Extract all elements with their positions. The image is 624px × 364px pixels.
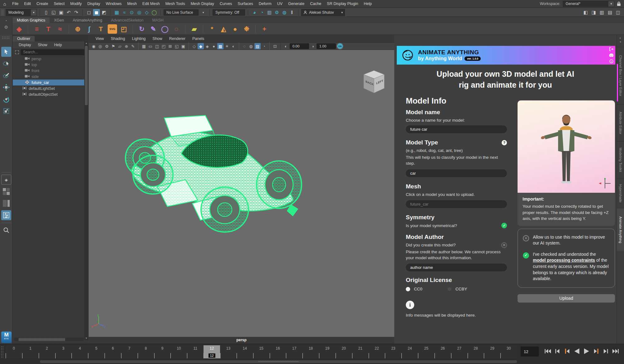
menu-display[interactable]: Display: [85, 2, 103, 6]
select-object-icon[interactable]: ◼: [93, 9, 100, 16]
frame-0[interactable]: 0: [6, 345, 22, 358]
layout-four-pane-button[interactable]: [1, 187, 11, 197]
pan-zoom-icon[interactable]: ⊕: [123, 43, 130, 49]
menu-modify[interactable]: Modify: [67, 2, 85, 6]
film-gate-icon[interactable]: ▭: [147, 43, 154, 49]
world-icon[interactable]: [609, 59, 613, 63]
soft-select-icon[interactable]: ◯: [160, 24, 170, 34]
menu-edit-mesh[interactable]: Edit Mesh: [140, 2, 163, 6]
paint-effects-icon[interactable]: ✎: [149, 24, 158, 34]
layout-outliner-persp-button[interactable]: [1, 210, 11, 220]
consent-improve-checkbox[interactable]: ✕: [523, 235, 529, 241]
play-forwards-button[interactable]: [582, 347, 591, 356]
model-name-input[interactable]: future car: [406, 125, 507, 133]
camera-icon[interactable]: ◉: [91, 43, 97, 49]
select-camera-icon[interactable]: ⊡: [272, 43, 278, 49]
snap-grid-icon[interactable]: ▦: [113, 9, 120, 16]
render-settings-icon[interactable]: ⚙: [273, 9, 280, 16]
bookmark-icon[interactable]: ⚑: [110, 43, 116, 49]
outliner-item-future-car[interactable]: future_car: [13, 80, 88, 85]
frame-6[interactable]: 6: [105, 345, 121, 358]
frame-12[interactable]: 1212: [204, 345, 220, 358]
frame-28[interactable]: 28: [468, 345, 484, 358]
outliner-menu-display[interactable]: Display: [16, 43, 34, 47]
dashed-circle-icon[interactable]: ◌: [172, 24, 181, 34]
step-back-frame-button[interactable]: [553, 347, 562, 356]
scroll-up-icon[interactable]: ▲: [84, 41, 88, 45]
motion-blur-icon[interactable]: ◐: [230, 43, 237, 49]
view-cube[interactable]: BACK LEFT: [362, 69, 386, 94]
logout-icon[interactable]: [609, 47, 613, 51]
frame-14[interactable]: 14: [237, 345, 253, 358]
select-hierarchy-icon[interactable]: ◻: [86, 9, 92, 16]
scale-tool-button[interactable]: [1, 106, 11, 116]
anti-alias-icon[interactable]: ▨: [254, 43, 261, 49]
image-plane-icon[interactable]: ▱: [117, 43, 123, 49]
snap-curve-icon[interactable]: ≈: [121, 9, 128, 16]
frame-9[interactable]: 9: [154, 345, 171, 358]
grease-pencil-icon[interactable]: ✎: [130, 43, 136, 49]
snap-projected-center-icon[interactable]: ◎: [136, 9, 143, 16]
frame-1[interactable]: 1: [22, 345, 39, 358]
move-tool-button[interactable]: [1, 82, 11, 92]
menu-curves[interactable]: Curves: [217, 2, 235, 6]
resolution-gate-icon[interactable]: ◫: [154, 43, 160, 49]
outliner-item-persp[interactable]: persp: [13, 56, 88, 62]
select-component-icon[interactable]: ◩: [101, 9, 107, 16]
help-icon[interactable]: ?: [502, 140, 507, 145]
shelf-tab-advancedskeleton[interactable]: AdvancedSkeleton: [107, 17, 148, 23]
magnifier-icon[interactable]: [1, 225, 11, 235]
menu-mesh-tools[interactable]: Mesh Tools: [163, 2, 188, 6]
frame-21[interactable]: 21: [352, 345, 369, 358]
gear-icon[interactable]: ⚙: [4, 25, 8, 30]
fluid-icon[interactable]: ●: [230, 24, 240, 34]
frame-24[interactable]: 24: [401, 345, 418, 358]
camera-attributes-icon[interactable]: ⚙: [104, 43, 110, 49]
new-scene-icon[interactable]: ▯: [43, 9, 50, 16]
license-option-cc0[interactable]: CC0: [406, 287, 422, 291]
gamma-icon[interactable]: ◑: [310, 43, 316, 49]
radio-unselected-icon[interactable]: [447, 287, 452, 291]
menu-deform[interactable]: Deform: [256, 2, 274, 6]
scroll-down-icon[interactable]: ▼: [84, 337, 88, 340]
step-forward-key-button[interactable]: [592, 347, 600, 356]
frame-29[interactable]: 29: [484, 345, 500, 358]
menu-help[interactable]: Help: [361, 2, 375, 6]
burst-icon[interactable]: ❉: [242, 24, 251, 34]
viewport-menu-show[interactable]: Show: [150, 36, 165, 41]
use-lights-icon[interactable]: ●: [211, 43, 217, 49]
outliner-menu-help[interactable]: Help: [51, 43, 65, 47]
viewport-menu-panels[interactable]: Panels: [189, 36, 207, 41]
menu-surfaces[interactable]: Surfaces: [235, 2, 256, 6]
frame-22[interactable]: 22: [369, 345, 385, 358]
constraints-link[interactable]: model processing constraints: [533, 258, 595, 263]
cloth-icon[interactable]: ◭: [219, 24, 228, 34]
make-live-icon[interactable]: ◯: [151, 9, 158, 16]
timeline-grip[interactable]: [1, 346, 4, 358]
lasso-tool-button[interactable]: [1, 59, 11, 69]
outliner-horizontal-scrollbar[interactable]: [14, 338, 84, 341]
frame-10[interactable]: 10: [170, 345, 187, 358]
lock-icon[interactable]: [617, 2, 621, 6]
frame-ruler[interactable]: 0123456789101112121314151617181920212223…: [6, 345, 517, 358]
mesh-input[interactable]: future_car: [406, 200, 507, 208]
camera-lock-icon[interactable]: ◎: [97, 43, 103, 49]
frame-17[interactable]: 17: [286, 345, 302, 358]
textured-icon[interactable]: ◈: [204, 43, 210, 49]
viewport-menu-renderer[interactable]: Renderer: [166, 36, 189, 41]
ipr-render-icon[interactable]: ◔: [258, 9, 265, 16]
outliner-item-side[interactable]: side: [13, 74, 88, 80]
gate-mask-icon[interactable]: ◰: [160, 43, 167, 49]
frame-27[interactable]: 27: [451, 345, 468, 358]
step-back-key-button[interactable]: [563, 347, 571, 356]
curve-warp-icon[interactable]: ≈: [55, 24, 65, 34]
model-type-input[interactable]: car: [406, 169, 507, 177]
play-backwards-button[interactable]: [573, 347, 581, 356]
menu-mesh[interactable]: Mesh: [125, 2, 140, 6]
mash-network-icon[interactable]: ≡: [32, 24, 42, 34]
shelf-tab-motion-graphics[interactable]: Motion Graphics: [12, 17, 50, 23]
menu-select[interactable]: Select: [51, 2, 67, 6]
toggle-hypershade-icon[interactable]: ◨: [590, 9, 597, 16]
viewport-menu-lighting[interactable]: Lighting: [129, 36, 149, 41]
toolbox-grip[interactable]: [2, 36, 10, 39]
